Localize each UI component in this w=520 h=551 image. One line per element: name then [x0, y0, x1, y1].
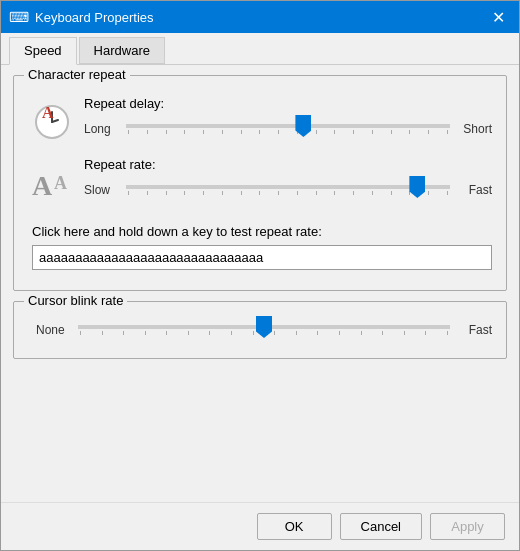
repeat-delay-slider-wrapper — [126, 115, 450, 143]
cursor-blink-track-row: None Fast — [36, 316, 492, 344]
button-bar: OK Cancel Apply — [1, 502, 519, 550]
repeat-delay-section: Repeat delay: Long — [84, 96, 492, 143]
window-title: Keyboard Properties — [35, 10, 485, 25]
cursor-blink-section: None Fast — [36, 316, 492, 344]
cursor-blink-slider-wrapper — [78, 316, 450, 344]
repeat-rate-label: Repeat rate: — [84, 157, 492, 172]
svg-text:A: A — [32, 170, 53, 201]
cursor-blink-row: None Fast — [28, 316, 492, 344]
character-repeat-group: Character repeat A Repeat delay: — [13, 75, 507, 291]
repeat-delay-icon: A — [30, 98, 74, 142]
tab-bar: Speed Hardware — [1, 33, 519, 65]
repeat-rate-icon-area: A A — [28, 159, 76, 203]
test-repeat-rate-label: Click here and hold down a key to test r… — [32, 224, 492, 239]
repeat-delay-row: A Repeat delay: Long — [28, 96, 492, 143]
repeat-rate-right-label: Fast — [456, 183, 492, 197]
apply-button[interactable]: Apply — [430, 513, 505, 540]
key-test-area: Click here and hold down a key to test r… — [32, 218, 492, 276]
repeat-rate-track-row: Slow Fast — [84, 176, 492, 204]
cursor-blink-slider[interactable] — [78, 325, 450, 329]
repeat-delay-label: Repeat delay: — [84, 96, 492, 111]
repeat-delay-icon-area: A — [28, 98, 76, 142]
repeat-delay-track-row: Long Short — [84, 115, 492, 143]
repeat-rate-row: A A Repeat rate: Slow — [28, 157, 492, 204]
repeat-rate-left-label: Slow — [84, 183, 120, 197]
cursor-blink-left-label: None — [36, 323, 72, 337]
title-bar: ⌨ Keyboard Properties ✕ — [1, 1, 519, 33]
tab-speed[interactable]: Speed — [9, 37, 77, 65]
keyboard-icon: ⌨ — [9, 9, 29, 25]
repeat-delay-left-label: Long — [84, 122, 120, 136]
keyboard-properties-window: ⌨ Keyboard Properties ✕ Speed Hardware C… — [0, 0, 520, 551]
cursor-blink-right-label: Fast — [456, 323, 492, 337]
repeat-rate-slider-wrapper — [126, 176, 450, 204]
cancel-button[interactable]: Cancel — [340, 513, 422, 540]
ok-button[interactable]: OK — [257, 513, 332, 540]
tab-hardware[interactable]: Hardware — [79, 37, 165, 64]
repeat-rate-section: Repeat rate: Slow — [84, 157, 492, 204]
test-repeat-rate-input[interactable] — [32, 245, 492, 270]
close-button[interactable]: ✕ — [485, 4, 511, 30]
repeat-rate-icon: A A — [30, 159, 74, 203]
svg-text:A: A — [42, 104, 54, 121]
character-repeat-label: Character repeat — [24, 67, 130, 82]
repeat-delay-right-label: Short — [456, 122, 492, 136]
repeat-rate-slider[interactable] — [126, 185, 450, 189]
svg-text:A: A — [54, 173, 67, 193]
tab-content-speed: Character repeat A Repeat delay: — [1, 65, 519, 502]
repeat-delay-slider[interactable] — [126, 124, 450, 128]
cursor-blink-label: Cursor blink rate — [24, 293, 127, 308]
cursor-blink-group: Cursor blink rate None — [13, 301, 507, 359]
